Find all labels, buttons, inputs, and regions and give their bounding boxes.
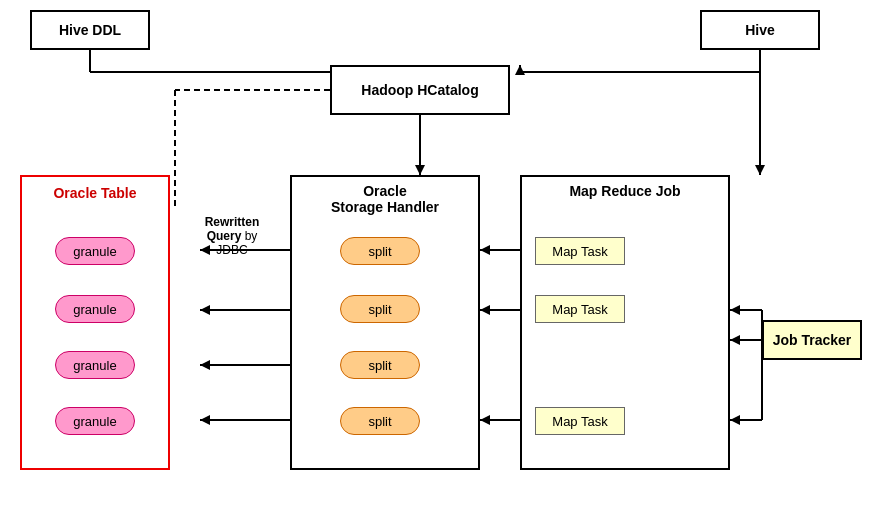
- svg-marker-22: [200, 415, 210, 425]
- hive-box: Hive: [700, 10, 820, 50]
- job-tracker-label: Job Tracker: [773, 332, 852, 348]
- split-pill-1: split: [340, 237, 420, 265]
- map-task-2: Map Task: [535, 295, 625, 323]
- diagram: Hive DDL Hive Hadoop HCatalog Oracle Tab…: [0, 0, 876, 521]
- granule-pill-3: granule: [55, 351, 135, 379]
- svg-marker-9: [415, 165, 425, 175]
- map-reduce-label: Map Reduce Job: [520, 183, 730, 199]
- svg-marker-7: [515, 65, 525, 75]
- svg-marker-33: [730, 305, 740, 315]
- svg-marker-24: [480, 245, 490, 255]
- svg-marker-28: [480, 415, 490, 425]
- granule-pill-4: granule: [55, 407, 135, 435]
- job-tracker-box: Job Tracker: [762, 320, 862, 360]
- hcatalog-label: Hadoop HCatalog: [361, 82, 478, 98]
- hcatalog-box: Hadoop HCatalog: [330, 65, 510, 115]
- svg-marker-13: [755, 165, 765, 175]
- svg-marker-36: [730, 415, 740, 425]
- split-pill-3: split: [340, 351, 420, 379]
- oracle-table-label: Oracle Table: [20, 185, 170, 201]
- split-pill-2: split: [340, 295, 420, 323]
- svg-marker-30: [730, 335, 740, 345]
- svg-marker-18: [200, 305, 210, 315]
- hive-ddl-label: Hive DDL: [59, 22, 121, 38]
- map-task-1: Map Task: [535, 237, 625, 265]
- svg-marker-20: [200, 360, 210, 370]
- granule-pill-1: granule: [55, 237, 135, 265]
- hive-label: Hive: [745, 22, 775, 38]
- rewritten-query-label: Rewritten Query by JDBC: [192, 215, 272, 257]
- svg-marker-26: [480, 305, 490, 315]
- map-task-3: Map Task: [535, 407, 625, 435]
- hive-ddl-box: Hive DDL: [30, 10, 150, 50]
- oracle-storage-label: OracleStorage Handler: [290, 183, 480, 215]
- granule-pill-2: granule: [55, 295, 135, 323]
- split-pill-4: split: [340, 407, 420, 435]
